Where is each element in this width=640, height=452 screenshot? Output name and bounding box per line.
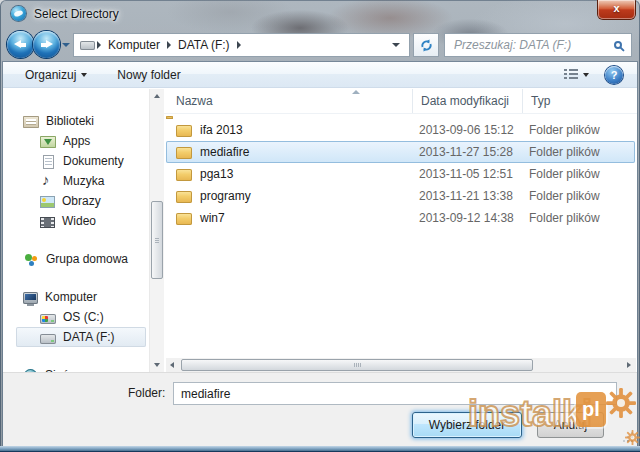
back-button[interactable]: [7, 31, 34, 58]
sidebar-scrollbar-thumb[interactable]: [151, 201, 163, 279]
sidebar-item-os-c[interactable]: OS (C:): [3, 307, 164, 327]
file-row-pga13[interactable]: pga13 2013-11-05 12:51 Folder plików: [166, 163, 635, 185]
file-row-win7[interactable]: win7 2013-09-12 14:38 Folder plików: [166, 207, 635, 229]
sort-ascending-icon: [352, 90, 360, 94]
breadcrumb-item-data-f[interactable]: DATA (F:): [171, 34, 237, 56]
window-bottom-border: [0, 446, 640, 452]
resize-grip[interactable]: [623, 432, 633, 442]
column-header-typ[interactable]: Typ: [523, 89, 637, 113]
folder-name-input[interactable]: [173, 382, 617, 405]
horizontal-scrollbar[interactable]: [166, 358, 636, 372]
close-button[interactable]: x: [598, 0, 635, 19]
file-type: Folder plików: [523, 211, 635, 225]
list-view-icon: [564, 69, 578, 80]
address-bar[interactable]: Komputer DATA (F:): [73, 33, 410, 57]
window-title: Select Directory: [34, 7, 119, 21]
select-folder-button[interactable]: Wybierz folder: [412, 412, 522, 438]
file-name: ifa 2013: [200, 123, 243, 137]
sidebar-item-obrazy[interactable]: Obrazy: [3, 191, 164, 211]
data-drive-icon: [40, 334, 56, 344]
sidebar-item-label: Apps: [63, 134, 90, 148]
titlebar[interactable]: Select Directory x: [0, 0, 640, 28]
breadcrumb-separator-icon[interactable]: [237, 41, 241, 49]
recent-pages-chevron-icon[interactable]: [62, 43, 70, 47]
file-name: programy: [200, 189, 251, 203]
sidebar-item-data-f[interactable]: DATA (F:): [16, 327, 146, 347]
scroll-down-icon[interactable]: [150, 357, 164, 372]
file-list: Nazwa Data modyfikacji Typ ifa 2013 201: [164, 89, 637, 372]
cancel-button[interactable]: Anuluj: [537, 412, 604, 438]
folder-icon: [176, 169, 192, 181]
search-input[interactable]: [452, 37, 614, 53]
refresh-icon: [420, 39, 433, 52]
select-directory-dialog: Select Directory x Komputer DATA (F:): [0, 0, 640, 452]
column-header-nazwa[interactable]: Nazwa: [164, 89, 413, 113]
folder-label: Folder:: [128, 386, 165, 400]
horizontal-scrollbar-thumb[interactable]: [181, 359, 533, 371]
column-header-data-modyfikacji[interactable]: Data modyfikacji: [413, 89, 523, 113]
sidebar-item-wideo[interactable]: Wideo: [3, 211, 164, 231]
file-row-programy[interactable]: programy 2013-11-21 13:38 Folder plików: [166, 185, 635, 207]
file-row-ifa-2013[interactable]: ifa 2013 2013-09-06 15:12 Folder plików: [166, 119, 635, 141]
file-date: 2013-09-06 15:12: [413, 123, 523, 137]
sidebar-item-label: Biblioteki: [46, 114, 94, 128]
sidebar-item-muzyka[interactable]: Muzyka: [3, 171, 164, 191]
music-icon: [40, 173, 56, 189]
sidebar-item-label: Wideo: [62, 214, 96, 228]
search-icon[interactable]: [614, 41, 622, 49]
file-name: mediafire: [200, 145, 249, 159]
os-drive-icon: [40, 314, 56, 324]
libraries-icon: [23, 116, 39, 128]
main-area: Biblioteki Apps Dokumenty Muzyka Obrazy: [3, 89, 637, 372]
folder-icon: [176, 125, 192, 137]
computer-icon: [23, 292, 38, 304]
sidebar-item-apps[interactable]: Apps: [3, 131, 164, 151]
apps-library-icon: [40, 136, 56, 148]
column-label: Nazwa: [176, 94, 213, 108]
view-dropdown-icon: [583, 73, 589, 77]
refresh-button[interactable]: [413, 33, 439, 57]
forward-button[interactable]: [33, 31, 60, 58]
organize-label: Organizuj: [25, 68, 76, 82]
sidebar-item-dokumenty[interactable]: Dokumenty: [3, 151, 164, 171]
scroll-right-icon[interactable]: [622, 358, 636, 372]
command-toolbar: Organizuj Nowy folder: [3, 62, 637, 88]
column-label: Data modyfikacji: [421, 94, 509, 108]
folder-icon: [176, 191, 192, 203]
organize-button[interactable]: Organizuj: [17, 65, 95, 85]
drive-icon: [80, 41, 95, 50]
file-type: Folder plików: [523, 145, 635, 159]
folder-icon: [176, 213, 192, 225]
file-date: 2013-11-05 12:51: [413, 167, 523, 181]
navigation-bar: Komputer DATA (F:): [0, 28, 640, 62]
file-type: Folder plików: [523, 123, 635, 137]
sidebar-item-label: DATA (F:): [63, 330, 115, 344]
sidebar-item-biblioteki[interactable]: Biblioteki: [3, 111, 164, 131]
new-folder-label: Nowy folder: [117, 68, 180, 82]
file-type: Folder plików: [523, 167, 635, 181]
file-date: 2013-11-27 15:28: [413, 145, 523, 159]
change-view-button[interactable]: [556, 66, 597, 83]
videos-icon: [40, 217, 55, 228]
file-name: win7: [200, 211, 225, 225]
scroll-up-icon[interactable]: [150, 89, 164, 104]
column-label: Typ: [531, 94, 550, 108]
navigation-pane: Biblioteki Apps Dokumenty Muzyka Obrazy: [3, 89, 164, 372]
file-row-mediafire[interactable]: mediafire 2013-11-27 15:28 Folder plików: [166, 141, 635, 163]
address-dropdown-icon[interactable]: [392, 43, 400, 47]
breadcrumb-item-komputer[interactable]: Komputer: [101, 34, 167, 56]
scroll-left-icon[interactable]: [166, 358, 180, 372]
new-folder-button[interactable]: Nowy folder: [109, 65, 188, 85]
sidebar-item-label: OS (C:): [63, 310, 104, 324]
sidebar-item-label: Dokumenty: [63, 154, 124, 168]
help-button[interactable]: [605, 66, 623, 84]
forward-arrow-tail: [41, 43, 47, 47]
file-rows: ifa 2013 2013-09-06 15:12 Folder plików …: [166, 119, 635, 229]
sidebar-item-komputer[interactable]: Komputer: [3, 287, 164, 307]
sidebar-item-grupa-domowa[interactable]: Grupa domowa: [3, 249, 164, 269]
sidebar-item-siec[interactable]: Sieć: [3, 365, 164, 372]
footer-panel: Folder: Wybierz folder Anuluj: [3, 372, 637, 446]
sidebar-scrollbar[interactable]: [149, 89, 164, 372]
dialog-content: Organizuj Nowy folder Biblioteki: [3, 62, 637, 446]
sidebar-item-label: Grupa domowa: [46, 252, 128, 266]
